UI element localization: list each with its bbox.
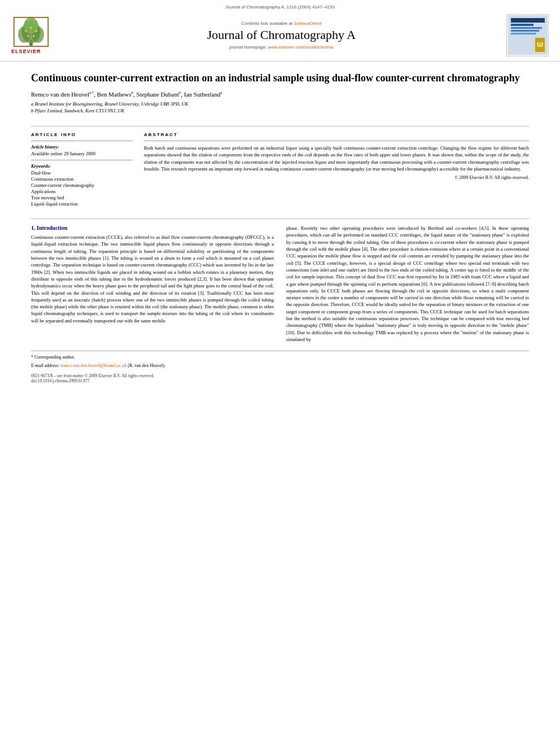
email-link[interactable]: remco.van.den.heuvel@brunel.ac.uk [60,363,126,368]
keyword-3: Counter-current chromatography [31,182,133,188]
info-keywords-divider [31,160,133,160]
journal-cover-icon: 50 [508,15,548,55]
svg-point-6 [30,27,32,29]
intro-title: 1. Introduction [31,225,274,231]
email-note: E-mail address: remco.van.den.heuvel@bru… [31,362,529,369]
svg-rect-12 [511,18,545,23]
elsevier-tree-icon [11,16,51,47]
svg-rect-16 [511,33,536,34]
keyword-4: Applications [31,189,133,194]
keyword-2: Continuous extraction [31,176,133,182]
keyword-6: Liquid–liquid extraction [31,201,133,207]
keyword-1: Dual-flow [31,170,133,176]
svg-point-9 [33,35,35,37]
article-info-col: ARTICLE INFO Article history: Available … [31,132,133,207]
keywords-label: Keywords: [31,164,133,169]
authors-line: Remco van den Heuvela,*, Ben Mathewsb, S… [31,90,529,98]
sciencedirect-link[interactable]: ScienceDirect [294,21,321,26]
svg-rect-13 [511,24,533,26]
svg-point-8 [28,35,30,37]
copyright-line: © 2009 Elsevier B.V. All rights reserved… [144,175,529,180]
elsevier-logo: ELSEVIER [11,16,56,54]
footnote-area: * Corresponding author. E-mail address: … [31,351,529,368]
journal-title-block: Contents lists available at ScienceDirec… [56,21,506,50]
body-divider [31,219,529,219]
info-col-divider [31,141,133,141]
svg-text:50: 50 [537,42,544,48]
footer-issn: 0021-9673/$ – see front matter © 2009 El… [31,373,529,378]
footer-doi: doi:10.1016/j.chroma.2009.01.077 [31,378,529,383]
article-section: Continuous counter-current extraction on… [0,62,560,120]
intro-para-2: phase. Recently two other operating proc… [286,225,529,343]
intro-para-1: Continuous counter-current extraction (C… [31,234,274,324]
body-right-col: phase. Recently two other operating proc… [286,225,529,346]
svg-point-7 [35,30,37,32]
info-abstract-section: ARTICLE INFO Article history: Available … [0,132,560,207]
affiliation-a: a Brunel Institute for Bioengineering, B… [31,101,529,107]
section-divider [31,126,529,126]
history-label: Article history: [31,145,133,150]
article-title: Continuous counter-current extraction on… [31,72,529,85]
abstract-col: ABSTRACT Both batch and continuous separ… [144,132,529,207]
journal-meta: Journal of Chromatography A, 1216 (2009)… [11,5,549,10]
abstract-text: Both batch and continuous separations we… [144,145,529,172]
footer-legal: 0021-9673/$ – see front matter © 2009 El… [0,370,560,386]
sciencedirect-line: Contents lists available at ScienceDirec… [56,21,506,26]
body-section: 1. Introduction Continuous counter-curre… [0,207,560,346]
abstract-heading: ABSTRACT [144,132,529,137]
keyword-5: True moving bed [31,195,133,200]
svg-rect-15 [511,30,539,32]
journal-homepage: journal homepage: www.elsevier.com/locat… [56,45,506,50]
affiliation-b: b Pfizer Limited, Sandwich, Kent CT13 9N… [31,108,529,113]
body-columns: 1. Introduction Continuous counter-curre… [31,225,529,346]
page-header: Journal of Chromatography A, 1216 (2009)… [0,0,560,62]
abstract-divider [144,141,529,141]
journal-title: Journal of Chromatography A [56,28,506,42]
svg-rect-14 [511,27,542,29]
journal-cover: 50 [506,14,549,56]
article-info-heading: ARTICLE INFO [31,132,133,137]
svg-point-5 [25,30,27,32]
elsevier-label: ELSEVIER [11,49,41,54]
homepage-link[interactable]: www.elsevier.com/locate/chroma [268,45,334,50]
history-value: Available online 29 January 2009 [31,151,133,156]
corresponding-author-note: * Corresponding author. [31,354,529,360]
body-left-col: 1. Introduction Continuous counter-curre… [31,225,274,346]
